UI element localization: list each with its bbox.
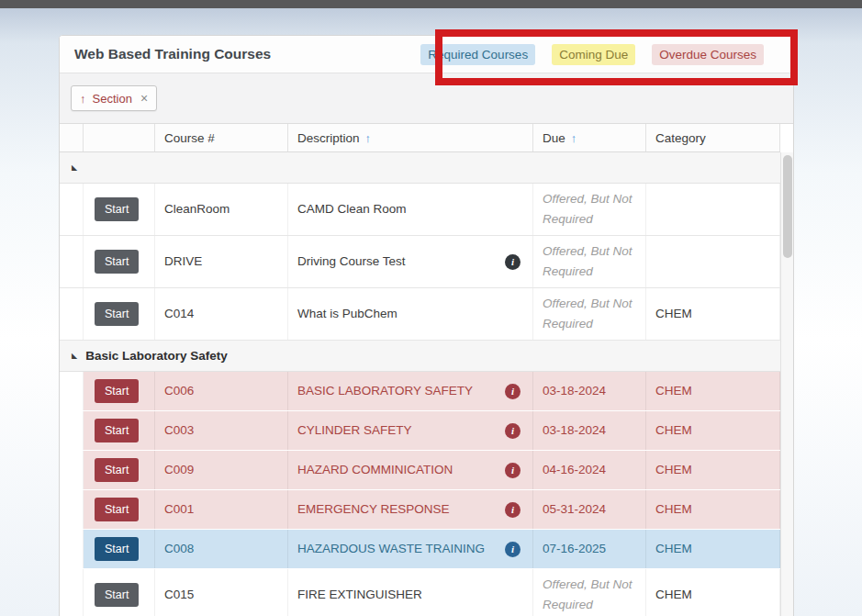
course-row: StartCleanRoomCAMD Clean RoomOffered, Bu… xyxy=(60,184,780,236)
due-cell: 05-31-2024 xyxy=(533,490,646,529)
action-cell: Start xyxy=(84,184,155,235)
category-cell: CHEM xyxy=(646,411,780,450)
remove-group-icon[interactable]: × xyxy=(140,91,148,106)
action-cell: Start xyxy=(84,569,155,616)
course-row: StartC014What is PubChemOffered, But Not… xyxy=(60,288,780,341)
group-chip-section[interactable]: ↑ Section × xyxy=(71,85,157,111)
course-row: StartC015FIRE EXTINGUISHEROffered, But N… xyxy=(60,569,780,616)
due-cell: Offered, But Not Required xyxy=(533,288,646,340)
description-text: HAZARDOUS WASTE TRAINING xyxy=(297,539,485,559)
column-label: Due xyxy=(543,131,565,145)
category-cell xyxy=(646,184,780,235)
action-cell: Start xyxy=(84,288,155,340)
info-icon[interactable]: i xyxy=(505,542,521,557)
info-icon[interactable]: i xyxy=(505,502,521,518)
course-number-cell: C014 xyxy=(155,288,288,340)
start-button[interactable]: Start xyxy=(95,458,139,482)
due-cell: 04-16-2024 xyxy=(533,451,646,489)
due-cell: Offered, But Not Required xyxy=(533,569,646,616)
course-number-cell: DRIVE xyxy=(155,236,288,287)
column-header-description[interactable]: Description↑ xyxy=(288,124,533,151)
column-header-course[interactable]: Course # xyxy=(155,124,288,151)
group-header-row[interactable]: ◣Basic Laboratory Safety xyxy=(60,341,780,372)
start-button[interactable]: Start xyxy=(95,537,139,561)
row-indent-cell xyxy=(60,411,84,450)
row-indent-cell xyxy=(60,530,84,568)
course-number-cell: C008 xyxy=(155,530,288,568)
start-button[interactable]: Start xyxy=(95,419,139,442)
description-text: What is PubChem xyxy=(297,304,397,324)
row-indent-cell xyxy=(60,569,84,616)
start-button[interactable]: Start xyxy=(95,197,139,221)
description-cell: HAZARDOUS WASTE TRAININGi xyxy=(288,530,533,568)
category-cell: CHEM xyxy=(646,451,780,489)
collapse-group-icon[interactable]: ◣ xyxy=(72,353,77,360)
row-indent-cell xyxy=(60,451,84,489)
due-cell: Offered, But Not Required xyxy=(533,236,646,287)
course-row: StartC009HAZARD COMMINICATIONi04-16-2024… xyxy=(60,451,780,490)
info-icon[interactable]: i xyxy=(505,384,521,399)
due-cell: 03-18-2024 xyxy=(533,411,646,450)
grid-body: ◣StartCleanRoomCAMD Clean RoomOffered, B… xyxy=(60,152,780,616)
course-row: StartC003CYLINDER SAFETYi03-18-2024CHEM xyxy=(60,411,780,451)
group-header-row[interactable]: ◣ xyxy=(60,152,780,184)
description-text: Driving Course Test xyxy=(297,252,406,272)
column-header-due[interactable]: Due↑ xyxy=(533,124,646,151)
due-cell: 07-16-2025 xyxy=(533,530,646,568)
start-button[interactable]: Start xyxy=(95,498,139,521)
category-cell: CHEM xyxy=(646,288,780,340)
row-indent-cell xyxy=(60,184,84,235)
training-courses-panel: Web Based Training Courses Required Cour… xyxy=(59,35,794,616)
course-number-cell: C009 xyxy=(155,451,288,489)
category-cell: CHEM xyxy=(646,372,780,410)
start-button[interactable]: Start xyxy=(95,379,139,403)
course-row: StartC008HAZARDOUS WASTE TRAININGi07-16-… xyxy=(60,530,780,569)
row-indent-cell xyxy=(60,372,84,410)
column-label: Description xyxy=(297,131,360,145)
page-title: Web Based Training Courses xyxy=(74,46,271,62)
course-number-cell: C001 xyxy=(155,490,288,529)
info-icon[interactable]: i xyxy=(505,423,521,439)
course-number-cell: C003 xyxy=(155,411,288,450)
category-cell: CHEM xyxy=(646,530,780,568)
category-cell: CHEM xyxy=(646,490,780,529)
action-cell: Start xyxy=(84,490,155,529)
description-text: CYLINDER SAFETY xyxy=(297,420,412,441)
description-cell: What is PubChem xyxy=(288,288,533,340)
description-text: EMERGENCY RESPONSE xyxy=(297,499,450,520)
row-indent-cell xyxy=(60,490,84,529)
start-button[interactable]: Start xyxy=(95,583,139,607)
info-icon[interactable]: i xyxy=(505,463,521,478)
description-cell: EMERGENCY RESPONSEi xyxy=(288,490,533,529)
description-cell: BASIC LABORATORY SAFETYi xyxy=(288,372,533,410)
collapse-group-icon[interactable]: ◣ xyxy=(72,164,77,172)
description-text: FIRE EXTINGUISHER xyxy=(297,585,422,605)
row-indent-cell xyxy=(60,288,84,340)
sort-ascending-icon[interactable]: ↑ xyxy=(80,92,86,106)
description-text: HAZARD COMMINICATION xyxy=(297,460,453,480)
sort-arrow-icon: ↑ xyxy=(571,131,577,145)
description-cell: CYLINDER SAFETYi xyxy=(288,411,533,450)
course-number-cell: CleanRoom xyxy=(155,184,288,235)
due-cell: Offered, But Not Required xyxy=(533,184,646,235)
course-row: StartC006BASIC LABORATORY SAFETYi03-18-2… xyxy=(60,372,780,411)
description-cell: Driving Course Testi xyxy=(288,236,533,287)
legend: Required CoursesComing DueOverdue Course… xyxy=(420,44,764,65)
start-button[interactable]: Start xyxy=(95,250,139,274)
description-cell: HAZARD COMMINICATIONi xyxy=(288,451,533,489)
column-header-category[interactable]: Category xyxy=(646,124,780,151)
course-row: StartC001EMERGENCY RESPONSEi05-31-2024CH… xyxy=(60,490,780,530)
legend-badge-overdue: Overdue Courses xyxy=(652,44,764,65)
scrollbar-thumb[interactable] xyxy=(783,155,792,258)
start-button[interactable]: Start xyxy=(95,302,139,326)
info-icon[interactable]: i xyxy=(505,254,521,270)
column-header-empty-0 xyxy=(60,124,84,151)
category-cell xyxy=(646,236,780,287)
grid-header-row: Course #Description↑Due↑Category xyxy=(60,124,780,152)
description-cell: CAMD Clean Room xyxy=(288,184,533,235)
action-cell: Start xyxy=(84,372,155,410)
vertical-scrollbar[interactable] xyxy=(780,152,793,616)
legend-badge-required: Required Courses xyxy=(420,44,535,65)
column-header-empty-1 xyxy=(84,124,155,151)
action-cell: Start xyxy=(84,451,155,489)
